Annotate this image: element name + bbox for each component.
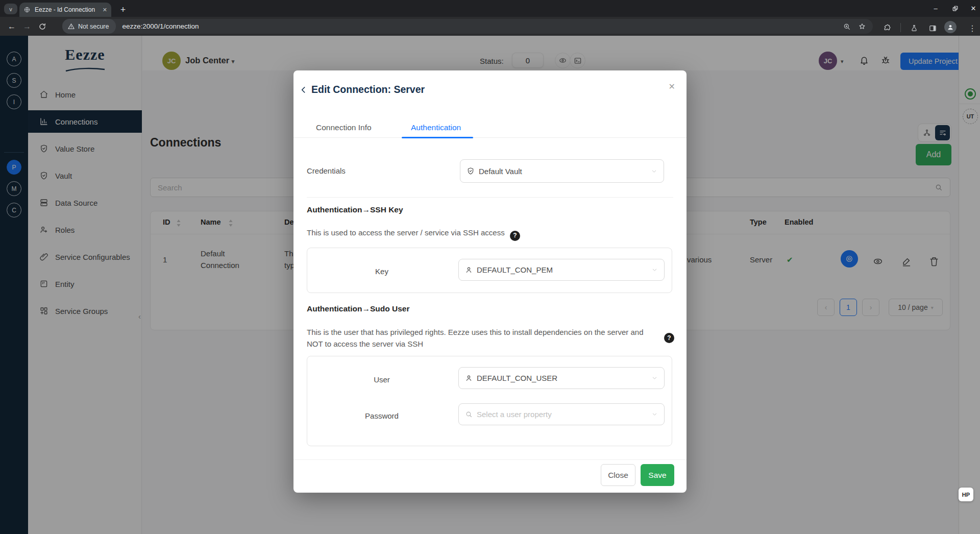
forward-button[interactable]: → — [19, 19, 35, 34]
tab-title: Eezze - Id Connection — [35, 6, 99, 13]
browser-profile-avatar[interactable] — [944, 21, 957, 33]
shield-check-icon — [467, 167, 475, 175]
address-bar[interactable]: Not secure eezze:2000/1/connection — [62, 19, 873, 34]
extensions-icon[interactable] — [879, 20, 894, 36]
back-button[interactable]: ← — [4, 19, 19, 34]
password-select-placeholder: Select a user property — [477, 410, 647, 419]
ssh-key-fieldset: Key DEFAULT_CON_PEM — [307, 248, 672, 293]
browser-toolbar: ← → Not secure eezze:2000/1/connection ⋮ — [0, 17, 980, 36]
credentials-select-value: Default Vault — [479, 167, 647, 176]
zoom-icon[interactable] — [839, 19, 854, 34]
sudo-user-fieldset: User DEFAULT_CON_USER Password Select a … — [307, 356, 672, 446]
globe-icon — [23, 6, 31, 13]
back-chevron-icon[interactable] — [300, 86, 308, 94]
not-secure-chip[interactable]: Not secure — [62, 19, 116, 34]
warning-icon — [67, 22, 75, 30]
key-label: Key — [356, 267, 407, 276]
url-text[interactable]: eezze:2000/1/connection — [122, 22, 199, 30]
user-icon — [465, 374, 473, 382]
browser-menu-icon[interactable]: ⋮ — [965, 20, 980, 36]
chevron-down-icon — [651, 266, 658, 273]
edit-connection-modal: ✕ Edit Connection: Server Connection Inf… — [293, 70, 687, 493]
sudo-help-text: This is the user that has privileged rig… — [307, 326, 660, 350]
credentials-select[interactable]: Default Vault — [460, 159, 664, 183]
chevron-down-icon — [651, 375, 658, 381]
modal-title: Edit Connection: Server — [311, 84, 425, 95]
modal-header: Edit Connection: Server — [300, 84, 425, 95]
section-divider — [307, 197, 673, 198]
credentials-label: Credentials — [307, 166, 346, 175]
active-tab-underline — [402, 137, 473, 138]
tab-search-icon[interactable]: v — [4, 4, 17, 14]
not-secure-label: Not secure — [78, 23, 109, 30]
modal-close-icon[interactable]: ✕ — [669, 82, 675, 91]
ssh-section-heading: Authentication→SSH Key — [307, 205, 403, 214]
tab-authentication[interactable]: Authentication — [411, 123, 461, 132]
user-select[interactable]: DEFAULT_CON_USER — [458, 367, 665, 389]
password-select[interactable]: Select a user property — [458, 403, 665, 425]
user-icon — [465, 266, 473, 274]
user-select-value: DEFAULT_CON_USER — [477, 374, 647, 382]
bookmark-star-icon[interactable] — [854, 19, 870, 34]
key-select-value: DEFAULT_CON_PEM — [477, 265, 647, 274]
close-button[interactable]: Close — [601, 464, 635, 486]
browser-tab-bar: v Eezze - Id Connection ✕ + – ✕ — [0, 0, 980, 17]
help-question-icon[interactable]: ? — [510, 231, 520, 241]
tab-close-icon[interactable]: ✕ — [103, 7, 107, 13]
chevron-down-icon — [651, 411, 658, 418]
reload-button[interactable] — [35, 19, 50, 34]
save-button[interactable]: Save — [641, 464, 674, 486]
sudo-section-heading: Authentication→Sudo User — [307, 304, 410, 313]
new-tab-button[interactable]: + — [116, 3, 130, 16]
flask-icon[interactable] — [906, 20, 922, 36]
toolbar-divider — [900, 23, 901, 32]
help-question-icon[interactable]: ? — [664, 333, 674, 343]
search-icon — [465, 410, 473, 418]
ssh-help-text: This is used to access the server / serv… — [307, 227, 520, 241]
window-minimize-button[interactable]: – — [928, 2, 943, 14]
window-restore-button[interactable] — [947, 2, 963, 14]
tab-connection-info[interactable]: Connection Info — [316, 123, 372, 132]
key-select[interactable]: DEFAULT_CON_PEM — [458, 259, 665, 281]
side-panel-icon[interactable] — [925, 20, 940, 36]
window-close-button[interactable]: ✕ — [966, 2, 980, 14]
browser-tab[interactable]: Eezze - Id Connection ✕ — [19, 3, 111, 17]
password-label: Password — [356, 411, 407, 420]
modal-tabs: Connection Info Authentication — [293, 119, 687, 138]
chevron-down-icon — [651, 168, 657, 175]
screen: v Eezze - Id Connection ✕ + – ✕ ← → Not … — [0, 0, 980, 534]
hp-badge[interactable]: HP — [959, 488, 973, 501]
user-label: User — [356, 375, 407, 384]
